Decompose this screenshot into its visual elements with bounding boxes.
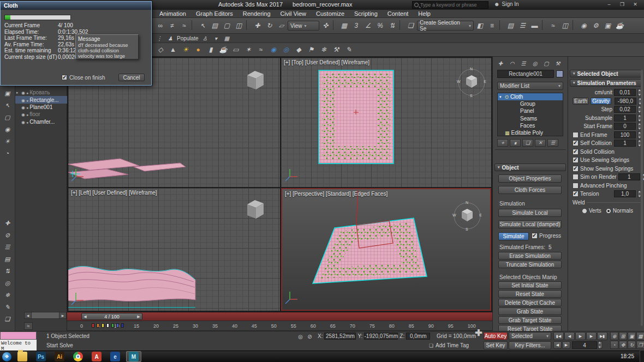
visibility-eye-icon[interactable] (21, 97, 25, 103)
make-unique-icon[interactable]: ❏ (522, 139, 533, 147)
visibility-eye-icon[interactable] (21, 119, 25, 125)
render-toggle-icon[interactable] (26, 89, 28, 95)
selection-set-dropdown[interactable]: Create Selection Se (417, 21, 474, 31)
modifier-stack-item[interactable]: ▦ Editable Poly (498, 129, 563, 136)
weld-radio-option[interactable]: Normals (606, 208, 633, 214)
explorer-filter-lights-icon[interactable]: ☀ (2, 136, 13, 146)
value-field[interactable]: 1 (614, 114, 636, 122)
value-field[interactable]: -980,0 (615, 98, 636, 105)
visibility-eye-icon[interactable] (21, 104, 25, 110)
rollout-header[interactable]: ▾ Simulation Parameters (570, 79, 642, 87)
param-checkbox[interactable] (573, 157, 579, 163)
simulate-button[interactable]: Simulate (498, 232, 529, 240)
ribbon-cylinder-icon[interactable]: ▮ (205, 44, 216, 55)
toolbar-separator[interactable] (542, 20, 546, 30)
spinner-snap-icon[interactable]: ⇅ (386, 20, 398, 32)
simulation-button[interactable]: Truncate Simulation (498, 261, 562, 268)
manip-button[interactable]: Grab State (498, 307, 562, 315)
cancel-button[interactable]: Cancel (118, 74, 145, 81)
viewcube-letter[interactable]: N (466, 201, 468, 204)
render-toggle-icon[interactable] (26, 104, 28, 110)
render-toggle-icon[interactable] (26, 97, 28, 103)
toolbar-separator[interactable] (246, 20, 250, 30)
visibility-eye-icon[interactable] (21, 89, 25, 95)
animation-key-marker[interactable] (102, 323, 104, 328)
search-input[interactable] (420, 2, 485, 8)
explorer-lock-icon[interactable]: ⊘ (2, 230, 13, 240)
scene-explorer-row[interactable]: floor (15, 111, 67, 118)
key-selection-dropdown[interactable]: Selected (509, 332, 551, 340)
menu-item[interactable]: Civil View (276, 10, 311, 17)
explorer-edit-icon[interactable]: ✎ (2, 302, 13, 312)
value-field[interactable]: 1 (614, 140, 636, 147)
tab-create[interactable]: ✚ (496, 59, 505, 67)
time-slider-track[interactable]: ◀ 4 / 100 ▶ (67, 312, 492, 321)
manip-button[interactable]: Reset Target State (498, 325, 562, 331)
visibility-eye-icon[interactable] (21, 111, 25, 117)
auto-key-button[interactable]: Auto Key (484, 332, 508, 340)
show-end-result-icon[interactable]: ∎ (510, 139, 521, 147)
simulation-button[interactable]: Simulate Local (498, 209, 562, 217)
start-button[interactable]: ❖ (2, 352, 11, 361)
tab-display[interactable]: ▢ (542, 59, 551, 67)
sign-in-button[interactable]: ☻ Sign In (494, 1, 519, 7)
value-field[interactable]: 1,0 (614, 190, 636, 197)
scene-explorer-row[interactable]: Plane001 (15, 104, 67, 111)
named-selection-sets-icon[interactable]: ❏ (405, 20, 416, 32)
tab-modify[interactable]: ◠ (508, 59, 516, 67)
value-field[interactable]: 0,02 (614, 106, 636, 113)
taskbar-adobe-icon[interactable]: A (89, 351, 104, 362)
viewcube-letter[interactable]: N (470, 67, 473, 71)
maximize-viewport-icon[interactable]: ❒ (636, 341, 644, 349)
taskbar-folder-icon[interactable] (15, 351, 30, 362)
weld-radio-option[interactable]: Verts (582, 208, 601, 214)
explorer-hierarchy-mode-icon[interactable]: ☰ (2, 242, 13, 252)
rollout-header[interactable]: ▾ Selected Object (570, 70, 642, 77)
previous-frame-button[interactable]: ◀ (564, 332, 575, 340)
explorer-layer-mode-icon[interactable]: ▤ (2, 254, 13, 264)
explorer-filter-geometry-icon[interactable]: ▢ (2, 112, 13, 122)
populate-dropdown-icon[interactable]: ▾ (211, 34, 220, 42)
taskbar-photoshop-icon[interactable]: Ps (33, 351, 49, 362)
scrollbar-thumb[interactable] (31, 312, 59, 318)
track-bar-ruler[interactable]: 0510152025303540455055606570758085909510… (67, 321, 492, 331)
tab-hierarchy[interactable]: ☰ (519, 59, 528, 67)
param-checkbox[interactable] (573, 174, 579, 180)
expand-arrow-icon[interactable]: ▾ (499, 95, 503, 99)
viewport-left[interactable]: [+] [Left] [User Defined] [Wireframe] (68, 188, 280, 311)
ribbon-circle-blue-icon[interactable]: ◎ (281, 44, 291, 55)
go-to-start-button[interactable]: ▮◀ (553, 332, 564, 340)
explorer-sort-icon[interactable]: ⇅ (2, 266, 13, 276)
explorer-select-mode-icon[interactable]: ↖ (2, 100, 13, 110)
rendered-frame-icon[interactable]: ▣ (602, 20, 613, 32)
viewport-label[interactable]: [+] [Left] [User Defined] [Wireframe] (71, 190, 157, 196)
modifier-stack-item[interactable]: ▾ ʘ Cloth (498, 93, 563, 100)
select-rotate-icon[interactable]: ↻ (264, 20, 275, 32)
toolbar-separator[interactable] (192, 20, 195, 30)
angle-snap-icon[interactable]: ∠ (362, 20, 374, 32)
animation-key-marker[interactable] (92, 323, 94, 328)
coord-x-field[interactable]: 2581,52mm (324, 333, 356, 340)
zoom-extents-icon[interactable]: ▣ (628, 332, 636, 340)
toolbar-separator[interactable] (573, 20, 576, 30)
viewcube-letter[interactable]: E (479, 213, 482, 217)
manip-button[interactable]: Reset State (498, 290, 562, 298)
ribbon-cone-icon[interactable]: ▲ (168, 44, 178, 55)
ribbon-plane-icon[interactable]: ▭ (230, 44, 241, 55)
window-crossing-icon[interactable]: ◫ (233, 20, 245, 32)
zoom-all-icon[interactable]: ⊞ (619, 332, 627, 340)
modifier-bulb-icon[interactable]: ▦ (505, 130, 510, 136)
explorer-freeze-icon[interactable]: ❄ (2, 290, 13, 300)
scroll-left-icon[interactable]: ◀ (25, 312, 31, 318)
param-checkbox[interactable] (573, 149, 579, 155)
param-checkbox[interactable] (573, 140, 579, 146)
pin-stack-icon[interactable]: ⌖ (497, 139, 508, 147)
param-checkbox[interactable] (573, 191, 579, 197)
object-rollout-button[interactable]: Object Properties (498, 174, 562, 183)
ribbon-toggle-icon[interactable]: ▬ (529, 20, 540, 32)
add-key-button[interactable]: ✚ (472, 325, 486, 340)
param-checkbox[interactable] (573, 183, 579, 189)
object-rollout-header[interactable]: ▾ Object (494, 164, 566, 171)
zoom-icon[interactable]: ⊕ (610, 332, 618, 340)
macro-recorder-field[interactable] (0, 331, 37, 340)
